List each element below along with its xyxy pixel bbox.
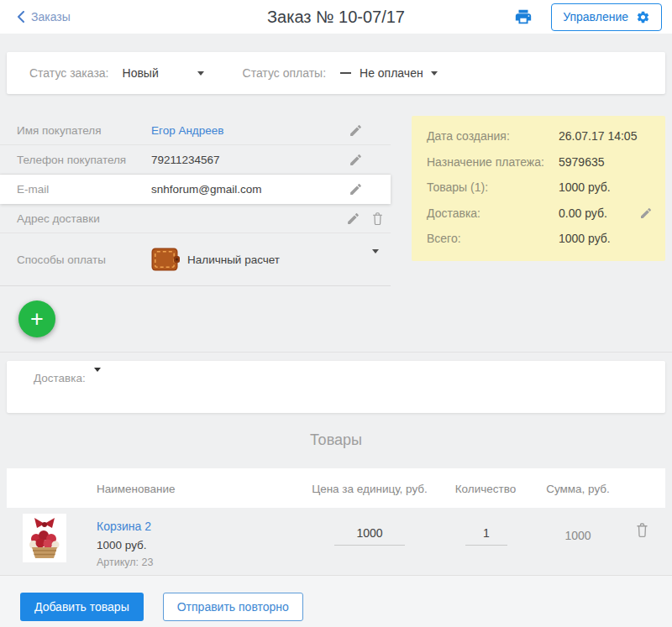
- back-link[interactable]: Заказы: [17, 10, 71, 24]
- products-total-label: Товары (1):: [412, 180, 559, 194]
- add-products-button[interactable]: Добавить товары: [20, 593, 144, 621]
- payment-purpose-label: Назначение платежа:: [412, 155, 559, 169]
- grand-total-value: 1000 руб.: [559, 232, 611, 245]
- product-sum-value: 1000: [564, 529, 591, 542]
- summary-row-payment-purpose: Назначение платежа: 5979635: [412, 149, 665, 175]
- quantity-input[interactable]: [465, 526, 507, 546]
- product-name-link[interactable]: Корзина 2: [97, 520, 151, 533]
- delivery-cost-value: 0.00 руб.: [559, 206, 607, 220]
- printer-icon: [514, 8, 533, 26]
- summary-row-delivery-cost: Доставка: 0.00 руб.: [412, 201, 665, 227]
- customer-name-label: Имя покупателя: [0, 124, 151, 137]
- payment-status-value: Не оплачен: [360, 66, 423, 80]
- customer-form: Имя покупателя Егор Андреев Телефон поку…: [0, 116, 391, 286]
- product-row: Корзина 2 1000 руб. Артикул: 23 1000: [0, 508, 672, 575]
- col-header-sum: Сумма, руб.: [546, 482, 610, 494]
- payment-status-label: Статус оплаты:: [243, 66, 327, 80]
- field-row-shipping-address: Адрес доставки: [0, 204, 391, 233]
- grand-total-label: Всего:: [412, 232, 559, 245]
- pencil-icon: [639, 206, 653, 220]
- order-status-label: Статус заказа:: [29, 66, 109, 80]
- delete-product-button[interactable]: [634, 521, 650, 539]
- product-price-label: 1000 руб.: [97, 539, 147, 551]
- chevron-down-icon: [431, 71, 438, 76]
- wallet-icon: [151, 248, 180, 271]
- created-date-value: 26.07.17 14:05: [559, 129, 637, 143]
- summary-row-products-total: Товары (1): 1000 руб.: [412, 175, 665, 201]
- edit-email-button[interactable]: [349, 182, 363, 196]
- field-row-payment-method: Способы оплаты Наличный расчет: [0, 233, 391, 286]
- field-row-customer-phone: Телефон покупателя 79211234567: [0, 145, 391, 175]
- created-date-label: Дата создания:: [412, 129, 559, 143]
- col-header-name: Наименование: [97, 482, 176, 494]
- edit-customer-phone-button[interactable]: [349, 153, 363, 167]
- pencil-icon: [349, 153, 363, 167]
- delivery-select[interactable]: [89, 372, 101, 384]
- field-row-customer-name: Имя покупателя Егор Андреев: [0, 116, 391, 145]
- order-status-select[interactable]: Новый: [123, 66, 204, 80]
- chevron-left-icon: [17, 11, 24, 23]
- delivery-card: Доставка:: [7, 361, 665, 413]
- products-section-title: Товары: [0, 431, 672, 452]
- status-card: Статус заказа: Новый Статус оплаты: Не о…: [7, 52, 665, 94]
- product-image: [23, 514, 66, 562]
- edit-delivery-cost-button[interactable]: [639, 206, 653, 220]
- back-label: Заказы: [31, 10, 71, 24]
- field-row-email: E-mail snhforum@gmail.com: [0, 175, 391, 204]
- payment-method-select[interactable]: [372, 253, 379, 266]
- delivery-label: Доставка:: [34, 372, 86, 384]
- edit-customer-name-button[interactable]: [349, 123, 363, 138]
- gear-icon: [636, 10, 650, 24]
- delete-shipping-address-button[interactable]: [370, 211, 385, 227]
- print-button[interactable]: [512, 6, 534, 28]
- summary-row-grand-total: Всего: 1000 руб.: [412, 226, 665, 252]
- chevron-down-icon: [372, 249, 379, 266]
- order-details-section: Имя покупателя Егор Андреев Телефон поку…: [0, 94, 672, 353]
- summary-row-created: Дата создания: 26.07.17 14:05: [412, 123, 665, 149]
- top-bar: Заказы Заказ № 10-07/17 Управление: [0, 0, 672, 34]
- pencil-icon: [349, 182, 363, 196]
- payment-status-select[interactable]: Не оплачен: [340, 66, 438, 80]
- customer-name-value[interactable]: Егор Андреев: [151, 124, 223, 137]
- pencil-icon: [349, 123, 363, 138]
- product-sku: Артикул: 23: [97, 556, 153, 568]
- shipping-address-label: Адрес доставки: [0, 212, 151, 225]
- col-header-quantity: Количество: [455, 482, 517, 494]
- col-header-unit-price: Цена за единицу, руб.: [312, 482, 428, 494]
- delivery-cost-label: Доставка:: [412, 206, 559, 220]
- payment-method-value: Наличный расчет: [187, 253, 280, 266]
- footer-actions: Добавить товары Отправить повторно: [0, 575, 672, 627]
- email-value: snhforum@gmail.com: [151, 183, 262, 196]
- chevron-down-icon: [94, 368, 101, 384]
- customer-phone-label: Телефон покупателя: [0, 154, 151, 166]
- add-field-fab-button[interactable]: +: [18, 300, 55, 337]
- unit-price-input[interactable]: [334, 526, 405, 546]
- edit-shipping-address-button[interactable]: [346, 212, 360, 226]
- payment-method-label: Способы оплаты: [0, 253, 151, 266]
- manage-label: Управление: [563, 10, 628, 24]
- chevron-down-icon: [197, 71, 204, 76]
- trash-icon: [634, 521, 650, 539]
- page-title: Заказ № 10-07/17: [267, 8, 405, 27]
- pencil-icon: [346, 212, 360, 226]
- order-summary-panel: Дата создания: 26.07.17 14:05 Назначение…: [412, 116, 665, 261]
- unpaid-dash-icon: [340, 72, 351, 74]
- customer-phone-value: 79211234567: [151, 154, 220, 166]
- order-status-value: Новый: [123, 66, 159, 80]
- payment-purpose-value: 5979635: [559, 155, 605, 169]
- email-label: E-mail: [0, 183, 151, 196]
- trash-icon: [370, 211, 385, 227]
- resend-button[interactable]: Отправить повторно: [163, 593, 303, 621]
- manage-button[interactable]: Управление: [551, 3, 662, 31]
- products-table-header: Наименование Цена за единицу, руб. Колич…: [7, 468, 665, 508]
- products-total-value: 1000 руб.: [559, 180, 611, 194]
